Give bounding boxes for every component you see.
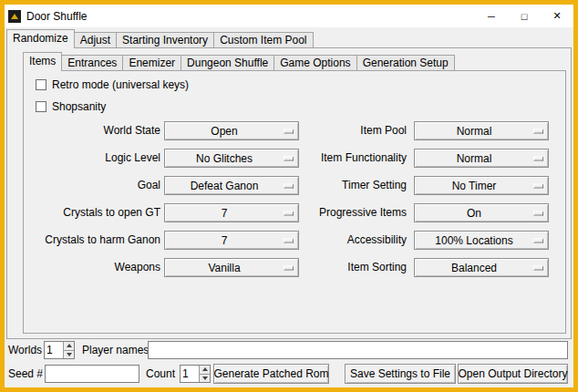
item-sorting-label: Item Sorting — [302, 258, 407, 277]
shopsanity-label: Shopsanity — [52, 100, 106, 113]
progressive-items-value: On — [467, 207, 481, 220]
crystals-gt-value: 7 — [222, 207, 228, 220]
minimize-button[interactable]: ─ — [475, 5, 508, 27]
logic-level-value: No Glitches — [196, 152, 253, 165]
menu-indicator-icon — [533, 129, 543, 133]
world-state-menu[interactable]: Open — [164, 121, 299, 140]
sub-tab-bar: Items Entrances Enemizer Dungeon Shuffle… — [23, 52, 454, 71]
item-pool-label: Item Pool — [302, 121, 407, 140]
seed-label: Seed # — [8, 364, 43, 384]
tab-dungeon-shuffle[interactable]: Dungeon Shuffle — [181, 55, 274, 71]
menu-indicator-icon — [533, 265, 543, 270]
count-spin-arrows — [199, 366, 210, 382]
weapons-value: Vanilla — [208, 262, 240, 274]
count-spin-down[interactable] — [200, 374, 210, 383]
worlds-spin-down[interactable] — [64, 350, 74, 359]
menu-indicator-icon — [284, 129, 294, 133]
item-pool-menu[interactable]: Normal — [414, 121, 549, 140]
weapons-label: Weapons — [33, 258, 160, 277]
tab-adjust[interactable]: Adjust — [74, 32, 117, 48]
arrow-up-icon — [67, 344, 72, 347]
tab-custom-item-pool[interactable]: Custom Item Pool — [213, 32, 313, 48]
count-spinbox — [180, 365, 211, 383]
seed-row: Seed # Count Generate Patched Rom Save S… — [5, 364, 573, 384]
worlds-row: Worlds Player names — [5, 341, 573, 359]
count-input[interactable] — [181, 366, 199, 382]
main-tab-bar: Randomize Adjust Starting Inventory Cust… — [6, 29, 313, 48]
goal-value: Defeat Ganon — [191, 180, 259, 192]
accessibility-menu[interactable]: 100% Locations — [414, 231, 549, 250]
logic-level-menu[interactable]: No Glitches — [164, 149, 299, 168]
item-pool-value: Normal — [457, 125, 492, 138]
player-names-label: Player names — [82, 341, 149, 359]
retro-mode-row: Retro mode (universal keys) — [36, 77, 189, 92]
tab-game-options[interactable]: Game Options — [274, 55, 356, 71]
worlds-label: Worlds — [8, 341, 42, 359]
progressive-items-menu[interactable]: On — [414, 203, 549, 222]
crystals-ganon-label: Crystals to harm Ganon — [33, 231, 160, 250]
generate-rom-button[interactable]: Generate Patched Rom — [213, 364, 329, 384]
worlds-spin-up[interactable] — [64, 342, 74, 350]
crystals-ganon-menu[interactable]: 7 — [164, 231, 299, 250]
worlds-input[interactable] — [45, 342, 63, 358]
tab-randomize[interactable]: Randomize — [6, 29, 75, 48]
close-button[interactable]: ✕ — [541, 5, 573, 27]
timer-setting-label: Timer Setting — [302, 176, 407, 195]
timer-setting-value: No Timer — [452, 180, 497, 192]
retro-mode-checkbox[interactable] — [36, 79, 46, 90]
shopsanity-row: Shopsanity — [36, 99, 106, 114]
window-controls: ─ □ ✕ — [475, 5, 573, 27]
arrow-down-icon — [202, 377, 208, 380]
world-state-label: World State — [33, 121, 160, 140]
count-label: Count — [146, 364, 175, 384]
item-sorting-menu[interactable]: Balanced — [414, 258, 549, 277]
item-sorting-value: Balanced — [451, 262, 497, 274]
tab-starting-inventory[interactable]: Starting Inventory — [116, 32, 214, 48]
retro-mode-label: Retro mode (universal keys) — [52, 78, 189, 91]
minimize-icon: ─ — [488, 11, 495, 22]
menu-indicator-icon — [284, 183, 294, 188]
player-names-input[interactable] — [148, 341, 568, 359]
tab-enemizer[interactable]: Enemizer — [122, 55, 181, 71]
accessibility-label: Accessibility — [302, 231, 407, 250]
maximize-icon: □ — [521, 11, 528, 22]
app-window: Door Shuffle ─ □ ✕ Randomize Adjust Star… — [0, 0, 578, 392]
seed-input[interactable] — [45, 365, 139, 383]
menu-indicator-icon — [284, 156, 294, 160]
crystals-gt-label: Crystals to open GT — [33, 203, 160, 222]
logic-level-label: Logic Level — [33, 149, 160, 168]
menu-indicator-icon — [284, 265, 294, 270]
menu-indicator-icon — [533, 156, 543, 160]
goal-menu[interactable]: Defeat Ganon — [164, 176, 299, 195]
tab-entrances[interactable]: Entrances — [61, 55, 123, 71]
world-state-value: Open — [211, 125, 237, 138]
crystals-gt-menu[interactable]: 7 — [164, 203, 299, 222]
arrow-down-icon — [67, 353, 72, 356]
menu-indicator-icon — [533, 211, 543, 215]
crystals-ganon-value: 7 — [222, 234, 228, 247]
item-functionality-label: Item Functionality — [302, 149, 407, 168]
menu-indicator-icon — [284, 211, 294, 215]
maximize-button[interactable]: □ — [508, 5, 541, 27]
app-icon — [8, 10, 21, 23]
window-title: Door Shuffle — [26, 10, 88, 23]
tab-items[interactable]: Items — [23, 52, 62, 71]
tab-generation-setup[interactable]: Generation Setup — [356, 55, 455, 71]
title-bar: Door Shuffle ─ □ ✕ — [5, 5, 573, 27]
progressive-items-label: Progressive Items — [302, 203, 407, 222]
weapons-menu[interactable]: Vanilla — [164, 258, 299, 277]
item-functionality-menu[interactable]: Normal — [414, 149, 549, 168]
count-spin-up[interactable] — [200, 366, 210, 374]
worlds-spinbox — [44, 341, 75, 359]
open-output-button[interactable]: Open Output Directory — [458, 364, 568, 384]
worlds-spin-arrows — [63, 342, 74, 358]
timer-setting-menu[interactable]: No Timer — [414, 176, 549, 195]
item-functionality-value: Normal — [457, 152, 492, 165]
accessibility-value: 100% Locations — [435, 234, 512, 247]
menu-indicator-icon — [533, 183, 543, 188]
menu-indicator-icon — [284, 238, 294, 242]
save-settings-button[interactable]: Save Settings to File — [345, 364, 456, 384]
items-pane: Retro mode (universal keys) Shopsanity W… — [23, 70, 566, 334]
shopsanity-checkbox[interactable] — [36, 101, 46, 112]
goal-label: Goal — [33, 176, 160, 195]
